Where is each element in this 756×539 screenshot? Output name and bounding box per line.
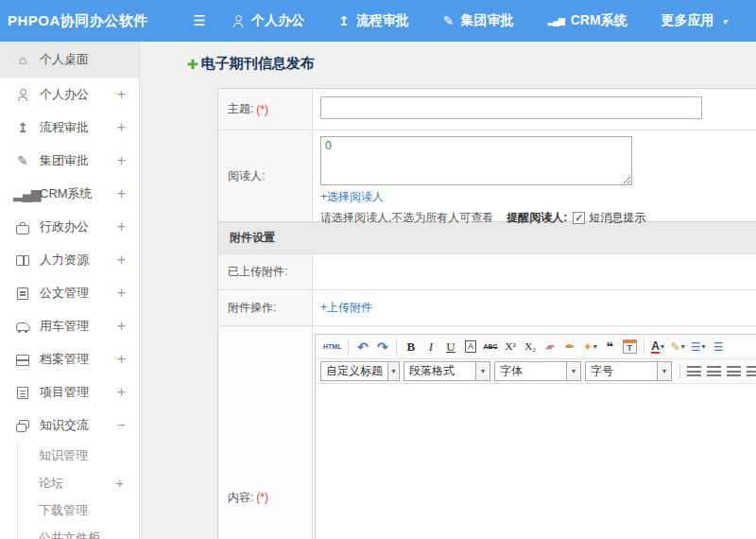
- paragraph-format-select[interactable]: 段落格式 ▾: [404, 361, 490, 381]
- sidebar-item-workflow-approval[interactable]: ↥ 流程审批 +: [0, 111, 139, 144]
- sidebar-subitem-forum[interactable]: 论坛 +: [18, 469, 139, 496]
- sidebar-item-document-management[interactable]: 公文管理 +: [0, 276, 139, 309]
- expand-icon[interactable]: +: [117, 185, 126, 202]
- sidebar-item-vehicle-management[interactable]: 用车管理 +: [0, 309, 139, 342]
- format-brush-button[interactable]: ✒: [560, 337, 580, 356]
- font-style-icon: A: [465, 340, 476, 353]
- strikethrough-button[interactable]: ABC: [480, 337, 500, 356]
- flow-icon: ↥: [13, 120, 32, 135]
- expand-icon[interactable]: +: [117, 152, 126, 169]
- sidebar-item-label: 流程审批: [40, 119, 117, 136]
- hamburger-menu-button[interactable]: ☰: [189, 12, 210, 29]
- align-right-button[interactable]: [724, 361, 744, 381]
- redo-icon: ↷: [377, 340, 388, 354]
- sidebar-subitem-knowledge-management[interactable]: 知识管理: [18, 442, 139, 469]
- attachments-section-title: 附件设置: [230, 230, 275, 246]
- align-center-button[interactable]: [704, 361, 724, 381]
- font-size-select[interactable]: 字号 ▾: [585, 361, 672, 381]
- custom-title-select[interactable]: 自定义标题 ▾: [320, 361, 400, 381]
- superscript-button[interactable]: X²: [501, 337, 521, 356]
- required-mark: (*): [256, 103, 268, 116]
- person-icon: [232, 15, 245, 27]
- attachment-actions-label: 附件操作:: [218, 290, 313, 325]
- superscript-icon: X²: [506, 341, 516, 352]
- font-family-select[interactable]: 字体 ▾: [494, 361, 581, 381]
- nav-label: 更多应用: [662, 12, 714, 29]
- collapse-icon[interactable]: −: [117, 417, 126, 434]
- sms-checkbox[interactable]: ✓: [573, 212, 585, 224]
- sidebar-subitem-download-management[interactable]: 下载管理: [18, 496, 139, 524]
- toolbar-separator: [644, 339, 644, 355]
- expand-icon[interactable]: +: [117, 285, 126, 302]
- redo-button[interactable]: ↷: [372, 337, 392, 356]
- undo-button[interactable]: ↶: [352, 337, 372, 356]
- caret-down-icon: ▾: [593, 342, 597, 351]
- sidebar-subitem-label: 公共文件柜: [39, 530, 124, 539]
- sidebar-subitem-label: 下载管理: [39, 502, 124, 519]
- sidebar-subitem-label: 知识管理: [39, 447, 124, 464]
- nav-crm-system[interactable]: ▂▄▆ CRM系统: [547, 12, 627, 29]
- expand-icon[interactable]: +: [115, 475, 124, 491]
- chart-icon: ▂▄▆: [547, 16, 563, 26]
- expand-icon[interactable]: +: [117, 384, 126, 401]
- nav-group-approval[interactable]: ✎ 集团审批: [443, 12, 514, 29]
- caret-down-icon: ▾: [702, 342, 706, 351]
- sidebar-item-knowledge-exchange[interactable]: 知识交流 −: [0, 409, 139, 442]
- sidebar-item-personal-office[interactable]: 个人办公 +: [0, 78, 139, 111]
- ordered-list-button[interactable]: ☰▾: [688, 337, 709, 356]
- sidebar-item-crm-system[interactable]: ▂▄▆ CRM系统 +: [0, 177, 139, 210]
- expand-icon[interactable]: +: [117, 86, 126, 103]
- upload-attachment-link[interactable]: +上传附件: [320, 300, 372, 316]
- sidebar-item-human-resources[interactable]: 人力资源 +: [0, 243, 139, 276]
- nav-workflow-approval[interactable]: ↥ 流程审批: [338, 12, 409, 29]
- readers-textarea[interactable]: 0: [320, 136, 632, 185]
- subscript-button[interactable]: X₂: [521, 337, 541, 356]
- sidebar-item-project-management[interactable]: 项目管理 +: [0, 375, 139, 409]
- paste-text-button[interactable]: T: [620, 337, 640, 356]
- sidebar-subitem-public-file-cabinet[interactable]: 公共文件柜: [18, 524, 139, 539]
- home-icon: ⌂: [13, 52, 32, 67]
- eraser-button[interactable]: ▰: [541, 337, 560, 356]
- sidebar-item-personal-desktop[interactable]: ⌂ 个人桌面: [0, 42, 139, 78]
- project-icon: [13, 385, 32, 400]
- editor-content-area[interactable]: [316, 384, 756, 539]
- italic-button[interactable]: I: [421, 337, 440, 356]
- underline-button[interactable]: U: [440, 337, 460, 356]
- sidebar-subitem-label: 论坛: [39, 475, 115, 492]
- sidebar-item-label: 个人桌面: [40, 51, 126, 68]
- font-style-button[interactable]: A: [460, 337, 480, 356]
- sidebar-item-group-approval[interactable]: ✎ 集团审批 +: [0, 144, 139, 177]
- sidebar-item-admin-office[interactable]: 行政办公 +: [0, 210, 139, 243]
- attachment-actions-label-text: 附件操作:: [228, 300, 276, 316]
- bold-button[interactable]: B: [401, 337, 421, 356]
- sidebar-item-label: 知识交流: [40, 417, 117, 434]
- paste-text-icon: T: [623, 339, 637, 354]
- sidebar-item-label: 项目管理: [40, 384, 117, 401]
- expand-icon[interactable]: +: [117, 252, 126, 269]
- autotypeset-button[interactable]: ✦▾: [580, 337, 600, 356]
- bold-icon: B: [407, 340, 416, 353]
- chat-icon: [13, 418, 32, 433]
- highlight-button[interactable]: ✎▾: [668, 337, 688, 356]
- align-left-button[interactable]: [684, 361, 704, 381]
- chart-icon: ▂▄▆: [13, 186, 32, 201]
- expand-icon[interactable]: +: [117, 119, 126, 136]
- select-readers-link[interactable]: +选择阅读人: [320, 189, 384, 205]
- readers-hint-text: 请选择阅读人,不选为所有人可查看: [320, 210, 493, 226]
- expand-icon[interactable]: +: [117, 351, 126, 368]
- expand-icon[interactable]: +: [117, 218, 126, 235]
- font-color-button[interactable]: A▾: [648, 337, 668, 356]
- align-justify-button[interactable]: [744, 361, 756, 381]
- readers-value-cell: 0 +选择阅读人 请选择阅读人,不选为所有人可查看 提醒阅读人: ✓ 短消息提示: [313, 130, 756, 221]
- html-source-button[interactable]: HTML: [320, 337, 344, 356]
- sidebar-item-archive-management[interactable]: 档案管理 +: [0, 342, 139, 375]
- subject-value-cell: [313, 89, 756, 130]
- expand-icon[interactable]: +: [117, 318, 126, 335]
- nav-personal-office[interactable]: 个人办公: [232, 12, 304, 29]
- nav-more-apps[interactable]: 更多应用 ▾: [662, 12, 728, 29]
- subject-input[interactable]: [320, 96, 702, 119]
- book-icon: [13, 252, 32, 268]
- blockquote-button[interactable]: ❝: [600, 337, 620, 356]
- unordered-list-button[interactable]: ☰: [709, 337, 729, 356]
- toolbar-separator: [679, 363, 680, 379]
